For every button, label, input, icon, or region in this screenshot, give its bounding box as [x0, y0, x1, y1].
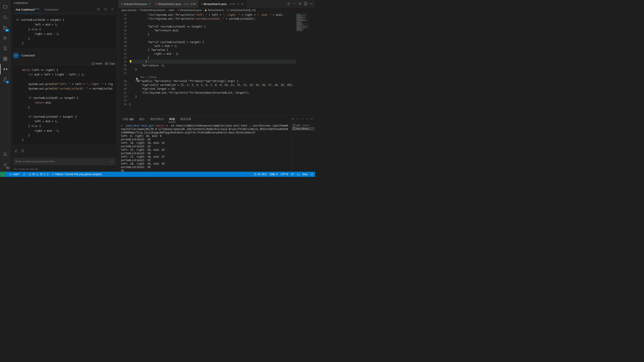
copy-button[interactable]: Copy: [105, 62, 115, 65]
svg-rect-4: [4, 57, 5, 59]
status-language[interactable]: { } Java: [297, 173, 308, 176]
svg-point-25: [11, 174, 12, 175]
account-icon[interactable]: [0, 149, 10, 160]
source-control-icon[interactable]: 96: [0, 22, 10, 33]
status-cursor[interactable]: 行 24, 列 6: [254, 173, 266, 176]
status-bar: main* 33 10 2 Python: Current File (my-p…: [0, 172, 315, 177]
svg-point-17: [312, 3, 312, 4]
terminal-item-zsh[interactable]: zsh python: [292, 123, 315, 127]
svg-rect-10: [98, 8, 100, 10]
svg-rect-22: [293, 128, 295, 130]
svg-rect-6: [4, 59, 5, 60]
send-icon[interactable]: ⮐: [110, 160, 113, 163]
svg-point-2: [4, 28, 4, 29]
status-sync[interactable]: [23, 173, 26, 176]
terminal-chevron-icon[interactable]: [296, 117, 299, 121]
svg-point-15: [310, 3, 310, 4]
close-panel-icon[interactable]: [310, 117, 313, 121]
scm-badge: 96: [5, 29, 9, 31]
svg-rect-7: [6, 59, 7, 60]
test-icon[interactable]: 1: [0, 74, 10, 85]
editor-column: JSolutionTest4.javaU JBinarySearch.java.…: [118, 0, 315, 172]
diff-icon[interactable]: [298, 2, 302, 6]
svg-rect-13: [106, 62, 107, 64]
svg-point-0: [4, 16, 6, 18]
extensions-icon[interactable]: [0, 54, 10, 64]
status-debug-target[interactable]: Python: Current File (my-python-project): [52, 173, 102, 176]
svg-point-9: [4, 164, 6, 165]
bot-avatar: [13, 52, 19, 59]
breadcrumb[interactable]: java-unit-test› ProblemBinarySearch› mai…: [118, 8, 315, 12]
bot-name: CodeGeeX: [21, 54, 35, 57]
refresh-icon[interactable]: [102, 6, 109, 13]
terminal-output[interactable]: ➜ java-unit-test git:(main) ✗ cd /Users/…: [118, 123, 291, 172]
code-editor[interactable]: 1213141516171819202122232425262728293031…: [118, 12, 315, 115]
chat-code-block-1: if (sortedList[mid] < target) { left = m…: [12, 15, 117, 49]
activity-bar: 96 1 PU: [0, 0, 10, 172]
tab-ask-codegeex[interactable]: Ask CodeGeeXbeta: [13, 6, 42, 13]
svg-point-1: [4, 26, 4, 27]
codelens-run[interactable]: Run: [140, 76, 145, 78]
codegeex-icon[interactable]: [0, 64, 10, 74]
svg-rect-12: [106, 63, 108, 65]
svg-point-18: [301, 119, 302, 119]
chat-hint: Ctrl + Enter for new line: [10, 167, 118, 172]
new-terminal-icon[interactable]: [291, 117, 294, 121]
run-debug-icon[interactable]: [0, 33, 10, 43]
run-icon[interactable]: [287, 2, 290, 6]
svg-point-8: [4, 153, 6, 154]
svg-point-24: [10, 175, 10, 175]
new-chat-icon[interactable]: [109, 6, 116, 13]
sidebar-title: CODEGEEX: [10, 0, 118, 6]
svg-point-16: [311, 3, 312, 4]
status-spaces[interactable]: 空格: 4: [270, 173, 278, 176]
pu-badge: PU: [6, 167, 9, 169]
codelens-debug[interactable]: Debug: [149, 76, 156, 78]
status-notifications-icon[interactable]: [310, 173, 313, 176]
chat-code-block-2: while (left <= right) { int mid = left +…: [12, 65, 117, 146]
test-badge: 1: [6, 81, 9, 83]
bottom-panel: 问题45 输出 调试控制台 终端 测试结果 ➜ java-unit-test g…: [118, 115, 315, 172]
remote-indicator[interactable]: [0, 172, 6, 177]
codegeex-sidebar: CODEGEEX Ask CodeGeeXbeta Translation if…: [10, 0, 118, 172]
editor-tabs: JSolutionTest4.javaU JBinarySearch.java.…: [118, 0, 315, 8]
explorer-icon[interactable]: [0, 2, 10, 12]
thumbs-up-icon[interactable]: [14, 149, 18, 153]
panel-tab-test-results[interactable]: 测试结果: [178, 116, 194, 122]
svg-rect-5: [6, 57, 7, 59]
maximize-panel-icon[interactable]: [306, 117, 308, 121]
tab-translation[interactable]: Translation: [42, 6, 61, 13]
insert-button[interactable]: Insert: [92, 62, 102, 65]
panel-more-icon[interactable]: [301, 117, 304, 121]
tab-binarysearch-main[interactable]: JBinarySearch.java.../mainU✕: [198, 0, 246, 8]
tab-solutiontest4[interactable]: JSolutionTest4.javaU: [118, 0, 153, 8]
search-icon[interactable]: [0, 12, 10, 22]
status-errors[interactable]: 33 10 2: [28, 173, 48, 176]
split-icon[interactable]: [304, 2, 307, 6]
tab-binarysearch-java[interactable]: JBinarySearch.java.../java3, M: [153, 0, 198, 8]
terminal-list: zsh python Run: Binary...: [291, 123, 315, 172]
svg-point-20: [303, 119, 304, 119]
status-eol[interactable]: LF: [291, 173, 294, 176]
more-icon[interactable]: [310, 2, 313, 6]
bookmark-icon[interactable]: [0, 43, 10, 54]
panel-tab-terminal[interactable]: 终端: [167, 116, 177, 122]
settings-icon[interactable]: PU: [0, 160, 10, 170]
status-branch[interactable]: main*: [9, 173, 20, 176]
chat-input[interactable]: ⮐: [13, 158, 116, 165]
thumbs-down-icon[interactable]: [21, 149, 24, 153]
panel-tab-debug-console[interactable]: 调试控制台: [148, 116, 166, 122]
chat-input-field[interactable]: [16, 160, 110, 163]
status-encoding[interactable]: UTF-8: [281, 173, 288, 176]
svg-rect-21: [293, 124, 295, 126]
close-icon[interactable]: ✕: [241, 2, 244, 6]
svg-point-19: [302, 119, 302, 119]
panel-tab-output[interactable]: 输出: [137, 116, 147, 122]
panel-tab-problems[interactable]: 问题45: [120, 116, 136, 122]
svg-point-23: [10, 173, 10, 174]
clear-icon[interactable]: [95, 6, 102, 13]
chat-scroll[interactable]: if (sortedList[mid] < target) { left = m…: [10, 13, 118, 156]
terminal-item-run[interactable]: Run: Binary...: [292, 127, 315, 130]
chevron-down-icon[interactable]: [292, 2, 296, 6]
minimap[interactable]: [296, 12, 315, 115]
